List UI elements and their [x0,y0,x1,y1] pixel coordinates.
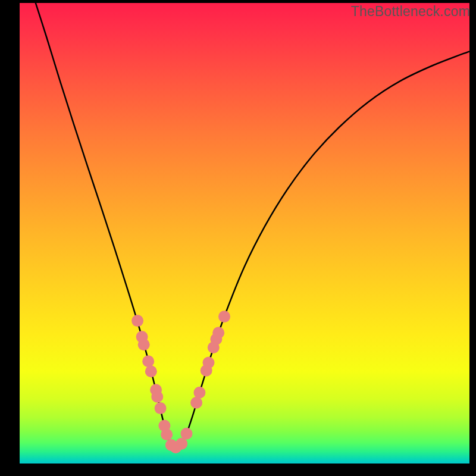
chart-plot-area [20,3,469,464]
